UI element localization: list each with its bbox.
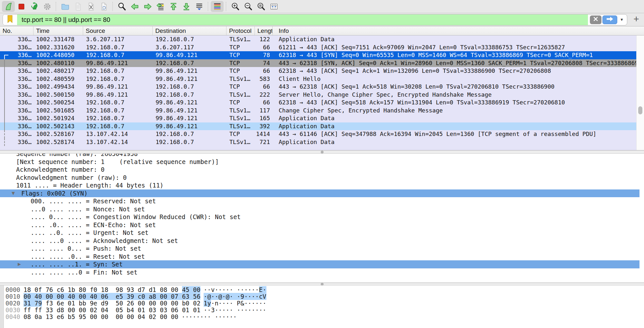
capture-options-button[interactable] bbox=[41, 1, 53, 12]
column-header-destination[interactable]: Destination bbox=[153, 26, 226, 35]
packet-row[interactable]: 336…1002.48011099.86.49.121192.168.0.7TC… bbox=[0, 59, 636, 67]
packet-row[interactable]: 336…1002.480559192.168.0.799.86.49.121TL… bbox=[0, 75, 636, 83]
cell-time: 1002.528174 bbox=[34, 138, 83, 146]
cell-protocol: TLSv1… bbox=[226, 138, 255, 146]
go-to-last-icon bbox=[182, 2, 191, 11]
packet-row[interactable]: 336…1002.501924192.168.0.799.86.49.121TL… bbox=[0, 114, 636, 122]
hex-row[interactable]: 0030ff ff 33 d8 00 00 02 04 05 b4 01 03 … bbox=[0, 307, 644, 314]
cell-source: 99.86.49.121 bbox=[83, 91, 153, 99]
packet-row[interactable]: 336…1002.448050192.168.0.799.86.49.121TC… bbox=[0, 51, 636, 59]
capture-options-icon bbox=[43, 2, 52, 11]
packet-detail-line[interactable]: .... .... .0.. = Reset: Not set bbox=[0, 253, 644, 261]
packet-detail-line[interactable]: ...0 .... .... = Nonce: Not set bbox=[0, 205, 644, 213]
packet-detail-line[interactable]: 1011 .... = Header Length: 44 bytes (11) bbox=[0, 181, 644, 189]
column-header-source[interactable]: Source bbox=[83, 26, 153, 35]
column-header-no[interactable]: No. bbox=[0, 26, 34, 35]
cell-destination: 192.168.0.7 bbox=[153, 83, 226, 91]
packet-row[interactable]: 336…1002.3314783.6.207.117192.168.0.7TLS… bbox=[0, 35, 636, 43]
add-filter-button[interactable]: + bbox=[631, 15, 641, 24]
reload-capture-file-button[interactable] bbox=[97, 1, 110, 12]
go-forward-button[interactable] bbox=[141, 1, 154, 12]
column-header-time[interactable]: Time bbox=[34, 26, 83, 35]
filter-history-dropdown[interactable]: ▼ bbox=[620, 17, 624, 22]
go-back-button[interactable] bbox=[128, 1, 141, 12]
cell-protocol: TLSv1… bbox=[226, 122, 255, 130]
cell-info: 62318 → 443 [ACK] Seq=1 Ack=1 Win=132096… bbox=[273, 67, 551, 75]
collapse-triangle-icon[interactable]: ▼ bbox=[12, 189, 15, 198]
packet-row[interactable]: 336…1002.52817413.107.42.14192.168.0.7TL… bbox=[0, 138, 636, 146]
packet-detail-line[interactable]: .... .... ...0 = Fin: Not set bbox=[0, 268, 644, 276]
column-header-protocol[interactable]: Protocol bbox=[226, 26, 255, 35]
packet-detail-line[interactable]: Sequence number (raw): 2665041958 bbox=[0, 154, 644, 158]
cell-length: 66 bbox=[255, 83, 273, 91]
cell-no: 336… bbox=[0, 130, 34, 138]
packet-detail-line[interactable]: .... ...0 .... = Acknowledgment: Not set bbox=[0, 237, 644, 245]
packet-row[interactable]: 336…1002.50015099.86.49.121192.168.0.7TL… bbox=[0, 91, 636, 99]
zoom-reset-button[interactable] bbox=[255, 1, 267, 12]
cell-no: 336… bbox=[0, 51, 34, 59]
hex-row[interactable]: 002031 79 f3 6e 01 bb 9e d9 50 26 00 00 … bbox=[0, 300, 644, 307]
expand-triangle-icon[interactable]: ▶ bbox=[18, 260, 21, 268]
auto-scroll-button[interactable] bbox=[193, 1, 206, 12]
hex-row[interactable]: 001000 40 00 00 40 00 40 06 e5 39 c0 a8 … bbox=[0, 293, 644, 300]
filter-apply-button[interactable] bbox=[602, 15, 617, 24]
detail-text: .... ..0. .... = Urgent: Not set bbox=[0, 229, 644, 237]
resize-columns-button[interactable] bbox=[267, 1, 280, 12]
zoom-in-button[interactable] bbox=[229, 1, 242, 12]
hex-offset: 0010 bbox=[5, 293, 20, 300]
display-filter-input[interactable]: tcp.port == 80 || udp.port == 80 ▼ bbox=[3, 14, 627, 25]
cell-destination: 192.168.0.7 bbox=[153, 59, 226, 67]
packet-detail-line[interactable]: .... .0.. .... = ECN-Echo: Not set bbox=[0, 221, 644, 229]
details-splitter[interactable] bbox=[0, 150, 644, 154]
cell-destination: 192.168.0.7 bbox=[153, 91, 226, 99]
packet-detail-line[interactable]: Acknowledgment number: 0 bbox=[0, 166, 644, 174]
bytes-splitter[interactable] bbox=[0, 283, 644, 285]
cell-destination: 99.86.49.121 bbox=[153, 122, 226, 130]
stop-capture-button[interactable] bbox=[15, 1, 28, 12]
zoom-out-button[interactable] bbox=[242, 1, 255, 12]
packet-list-scrollbar[interactable] bbox=[636, 35, 644, 150]
open-capture-file-button[interactable] bbox=[59, 1, 72, 12]
hex-row[interactable]: 004008 0a 13 e6 b5 95 00 00 00 00 04 02 … bbox=[0, 314, 644, 320]
packet-row[interactable]: 336…1002.501685192.168.0.799.86.49.121TL… bbox=[0, 107, 636, 115]
column-header-info[interactable]: Info bbox=[273, 26, 289, 35]
scrollbar-thumb[interactable] bbox=[638, 106, 642, 114]
packet-detail-line[interactable]: .... 0... .... = Congestion Window Reduc… bbox=[0, 213, 644, 221]
hex-row[interactable]: 000018 0f 76 c6 1b 80 f0 18 98 93 d7 d1 … bbox=[0, 286, 644, 293]
filter-bookmark-button[interactable] bbox=[3, 14, 17, 25]
packet-detail-line[interactable]: .... .... 0... = Push: Not set bbox=[0, 245, 644, 253]
packet-detail-line[interactable]: ▼Flags: 0x002 (SYN) bbox=[0, 189, 639, 198]
packet-detail-line[interactable]: 000. .... .... = Reserved: Not set bbox=[0, 197, 644, 205]
filter-clear-button[interactable] bbox=[590, 15, 601, 24]
cell-info: Change Cipher Spec, Encrypted Handshake … bbox=[273, 107, 443, 115]
column-header-length[interactable]: Length bbox=[255, 26, 273, 35]
packet-row[interactable]: 336…1002.49943499.86.49.121192.168.0.7TC… bbox=[0, 83, 636, 91]
packet-row[interactable]: 336…1002.502143192.168.0.799.86.49.121TL… bbox=[0, 122, 636, 130]
packet-row[interactable]: 336…1002.52816713.107.42.14192.168.0.7TC… bbox=[0, 130, 636, 138]
go-to-packet-button[interactable] bbox=[154, 1, 167, 12]
find-packet-button[interactable] bbox=[115, 1, 128, 12]
cell-no: 336… bbox=[0, 107, 34, 115]
go-to-last-button[interactable] bbox=[180, 1, 193, 12]
packet-detail-line[interactable]: [Next sequence number: 1 (relative seque… bbox=[0, 158, 644, 166]
packet-detail-line[interactable]: ▶.... .... ..1. = Syn: Set bbox=[0, 260, 639, 268]
ascii-bytes: 1y·n···· P&······ bbox=[204, 300, 266, 307]
close-capture-file-button[interactable] bbox=[84, 1, 97, 12]
start-capture-button[interactable] bbox=[2, 1, 15, 12]
filter-expression-field[interactable]: tcp.port == 80 || udp.port == 80 bbox=[17, 14, 588, 25]
restart-capture-button[interactable] bbox=[28, 1, 41, 12]
cell-time: 1002.501924 bbox=[34, 114, 83, 122]
ascii-segment: ··3····· ········ bbox=[204, 306, 266, 314]
colorize-packets-button[interactable] bbox=[211, 1, 224, 12]
packet-row[interactable]: 336…1002.480217192.168.0.799.86.49.121TC… bbox=[0, 67, 636, 75]
cell-info: Application Data bbox=[273, 35, 334, 43]
packet-detail-line[interactable]: .... ..0. .... = Urgent: Not set bbox=[0, 229, 644, 237]
filter-expression: tcp.port == 80 || udp.port == 80 bbox=[22, 16, 110, 24]
hex-bytes-highlighted: 00 40 00 00 40 00 40 06 e5 39 c0 a8 00 0… bbox=[24, 293, 200, 300]
detail-text: .... .... .0.. = Reset: Not set bbox=[0, 253, 644, 261]
save-capture-file-button[interactable] bbox=[72, 1, 84, 12]
packet-row[interactable]: 336…1002.500254192.168.0.799.86.49.121TC… bbox=[0, 99, 636, 107]
packet-detail-line[interactable]: Acknowledgment number (raw): 0 bbox=[0, 174, 644, 182]
go-to-first-button[interactable] bbox=[167, 1, 180, 12]
packet-row[interactable]: 336…1002.331620192.168.0.73.6.207.117TCP… bbox=[0, 43, 636, 52]
